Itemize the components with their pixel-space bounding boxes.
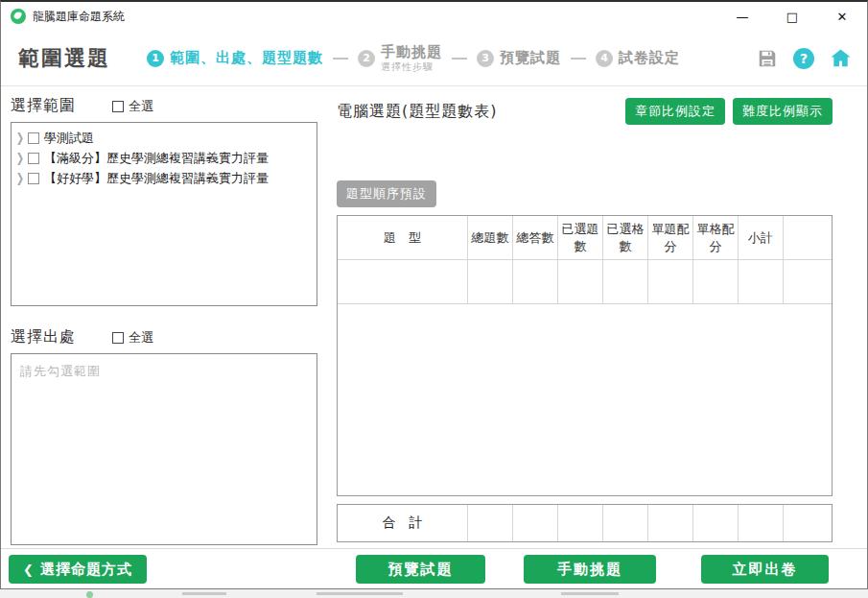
step-1-label: 範圍、出處、題型題數	[170, 49, 323, 67]
back-to-mode-button[interactable]: ❮ 選擇命題方式	[9, 555, 147, 584]
main-content: 選擇範圍 全選 ❯ 學測試題 ❯ 【滿級分】歷史學測總複習講義實力評量	[1, 86, 867, 548]
nav-bar: 範圍選題 1 範圍、出處、題型題數 2 手動挑題 選擇性步驟 3 預覽試題 4	[1, 31, 867, 86]
desktop-peek-mark	[317, 592, 403, 595]
tree-item-label: 【滿級分】歷史學測總複習講義實力評量	[44, 150, 269, 167]
difficulty-ratio-button[interactable]: 難度比例顯示	[733, 98, 833, 125]
help-icon[interactable]: ?	[793, 48, 814, 69]
page-title: 範圍選題	[18, 44, 110, 73]
table-cell	[693, 260, 739, 304]
chevron-right-icon[interactable]: ❯	[13, 171, 27, 184]
col-header-score-per-cell: 單格配分	[693, 216, 739, 260]
table-cell	[603, 260, 648, 304]
source-list: 請先勾選範圍	[11, 353, 317, 545]
total-cell	[693, 505, 739, 541]
step-3-circle: 3	[477, 50, 494, 67]
computer-select-title: 電腦選題(題型題數表)	[337, 102, 497, 122]
tree-item[interactable]: ❯ 【滿級分】歷史學測總複習講義實力評量	[13, 148, 315, 168]
range-select-all[interactable]: 全選	[112, 98, 153, 115]
left-panel: 選擇範圍 全選 ❯ 學測試題 ❯ 【滿級分】歷史學測總複習講義實力評量	[11, 86, 327, 548]
manual-pick-button[interactable]: 手動挑題	[524, 555, 656, 584]
step-separator	[571, 58, 586, 60]
table-cell	[558, 260, 603, 304]
step-separator	[333, 58, 348, 60]
chevron-right-icon[interactable]: ❯	[13, 131, 27, 144]
tree-item-label: 【好好學】歷史學測總複習講義實力評量	[44, 170, 269, 187]
table-cell	[468, 260, 513, 304]
preview-questions-button[interactable]: 預覽試題	[356, 555, 485, 584]
col-header-type: 題 型	[338, 216, 468, 260]
col-header-subtotal: 小計	[739, 216, 784, 260]
tree-item[interactable]: ❯ 學測試題	[13, 128, 315, 148]
step-indicator: 1 範圍、出處、題型題數 2 手動挑題 選擇性步驟 3 預覽試題 4 試卷設定	[147, 44, 680, 73]
tree-item-checkbox[interactable]	[28, 153, 39, 164]
close-icon[interactable]: ✕	[817, 2, 867, 31]
total-cell	[513, 505, 558, 541]
total-cell	[468, 505, 513, 541]
tree-item-checkbox[interactable]	[28, 132, 39, 144]
source-select-all-label: 全選	[129, 329, 153, 347]
col-header-blank	[784, 216, 832, 260]
minimize-icon[interactable]: —	[717, 2, 767, 31]
table-cell	[513, 260, 558, 304]
step-2-sublabel: 選擇性步驟	[381, 61, 442, 73]
maximize-icon[interactable]: □	[767, 2, 817, 31]
app-logo-icon	[11, 9, 26, 24]
step-1-range[interactable]: 1 範圍、出處、題型題數	[147, 49, 323, 67]
col-header-score-per-question: 單題配分	[648, 216, 693, 260]
total-cell	[739, 505, 784, 541]
range-select-all-checkbox[interactable]	[112, 101, 124, 112]
generate-paper-button[interactable]: 立即出卷	[701, 555, 829, 584]
total-table: 合 計	[337, 504, 833, 542]
step-2-manual-pick[interactable]: 2 手動挑題 選擇性步驟	[358, 44, 442, 73]
chevron-right-icon[interactable]: ❯	[13, 151, 27, 164]
step-4-label: 試卷設定	[619, 49, 680, 67]
footer-bar: ❮ 選擇命題方式 預覽試題 手動挑題 立即出卷	[1, 548, 867, 588]
tree-item-checkbox[interactable]	[28, 173, 39, 184]
range-tree: ❯ 學測試題 ❯ 【滿級分】歷史學測總複習講義實力評量 ❯ 【好好學】歷史學測總…	[11, 122, 317, 306]
total-cell	[648, 505, 693, 541]
select-source-title: 選擇出處	[11, 327, 112, 347]
source-placeholder: 請先勾選範圍	[20, 364, 101, 378]
right-panel: 電腦選題(題型題數表) 章節比例設定 難度比例顯示 題型順序預設 題 型 總題數…	[327, 86, 857, 548]
table-cell	[784, 260, 832, 304]
home-icon[interactable]	[829, 47, 852, 70]
desktop-peek-icon	[86, 591, 93, 598]
source-select-all[interactable]: 全選	[112, 329, 153, 347]
col-header-total-answers: 總答數	[513, 216, 558, 260]
total-row: 合 計	[338, 505, 832, 541]
step-3-preview[interactable]: 3 預覽試題	[477, 49, 561, 67]
chapter-ratio-button[interactable]: 章節比例設定	[625, 98, 725, 125]
step-4-paper-settings[interactable]: 4 試卷設定	[596, 49, 680, 67]
range-select-all-label: 全選	[129, 98, 153, 115]
tree-item[interactable]: ❯ 【好好學】歷史學測總複習講義實力評量	[13, 168, 315, 188]
type-order-default-button[interactable]: 題型順序預設	[337, 180, 436, 207]
back-button-label: 選擇命題方式	[40, 561, 132, 579]
chevron-left-icon: ❮	[23, 562, 35, 577]
table-cell	[338, 260, 468, 304]
select-range-title: 選擇範圍	[11, 96, 112, 116]
total-label: 合 計	[338, 505, 468, 541]
step-4-circle: 4	[596, 50, 613, 67]
desktop-peek-mark	[561, 592, 619, 595]
source-select-all-checkbox[interactable]	[112, 332, 124, 344]
question-type-table: 題 型 總題數 總答數 已選題數 已選格數 單題配分 單格配分 小計	[337, 215, 833, 496]
tree-item-label: 學測試題	[44, 130, 94, 147]
step-1-circle: 1	[147, 50, 164, 67]
table-cell	[739, 260, 784, 304]
desktop-strip	[0, 589, 868, 598]
table-header-row: 題 型 總題數 總答數 已選題數 已選格數 單題配分 單格配分 小計	[338, 216, 832, 260]
table-cell	[648, 260, 693, 304]
col-header-total-questions: 總題數	[468, 216, 513, 260]
step-2-circle: 2	[358, 50, 375, 67]
step-separator	[452, 58, 467, 60]
save-icon[interactable]	[756, 47, 779, 70]
desktop-peek-mark	[182, 592, 226, 595]
total-cell	[558, 505, 603, 541]
col-header-selected-questions: 已選題數	[558, 216, 603, 260]
window-controls: — □ ✕	[717, 2, 867, 31]
app-title: 龍騰題庫命題系統	[33, 9, 125, 25]
step-2-label: 手動挑題	[381, 44, 442, 60]
table-row	[338, 260, 832, 304]
title-bar: 龍騰題庫命題系統 — □ ✕	[1, 2, 867, 31]
col-header-selected-cells: 已選格數	[603, 216, 648, 260]
